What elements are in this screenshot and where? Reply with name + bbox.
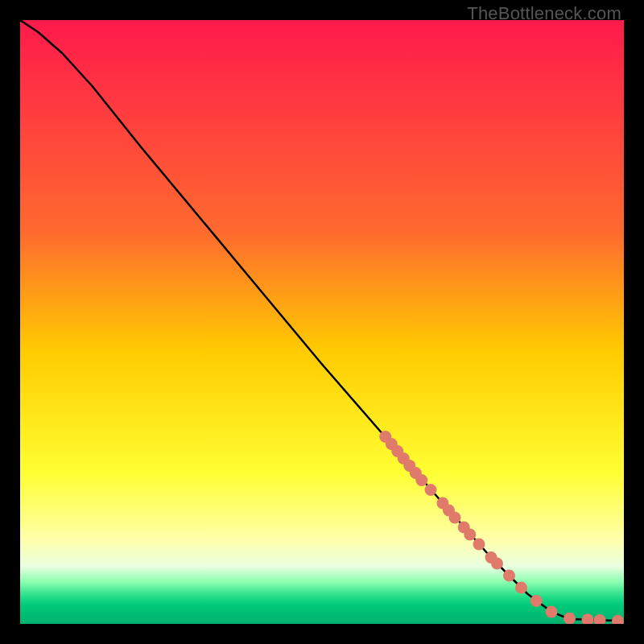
data-marker xyxy=(425,484,437,496)
data-marker xyxy=(546,606,558,618)
data-marker xyxy=(515,582,527,594)
plot-area xyxy=(20,20,624,624)
data-marker xyxy=(503,570,515,582)
data-marker xyxy=(530,595,543,607)
data-marker xyxy=(491,558,503,570)
data-marker xyxy=(464,529,476,541)
data-marker xyxy=(449,512,461,524)
data-marker xyxy=(473,539,485,551)
chart-frame: TheBottleneck.com xyxy=(0,0,644,644)
data-marker xyxy=(415,474,427,486)
chart-svg xyxy=(20,20,624,624)
